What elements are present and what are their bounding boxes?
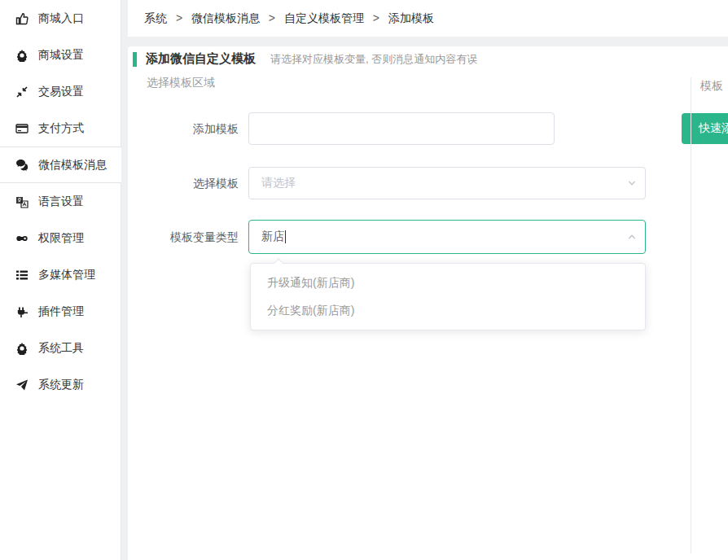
page-hint: 请选择对应模板变量, 否则消息通知内容有误 xyxy=(270,52,477,67)
credit-card-icon xyxy=(15,121,29,135)
sidebar-item-label: 插件管理 xyxy=(38,304,84,319)
sidebar-item-system-update[interactable]: 系统更新 xyxy=(0,366,121,403)
sidebar-item-label: 系统更新 xyxy=(38,378,84,392)
sidebar-item-label: 支付方式 xyxy=(38,121,84,136)
sidebar-item-payment-methods[interactable]: 支付方式 xyxy=(0,110,121,147)
sidebar-item-label: 交易设置 xyxy=(38,85,84,99)
title-accent-bar xyxy=(133,52,137,67)
sidebar-item-label: 多媒体管理 xyxy=(38,268,95,282)
variable-type-label: 模板变量类型 xyxy=(128,220,239,254)
variable-type-value: 新店 xyxy=(261,230,284,244)
plugin-icon xyxy=(15,304,29,318)
main-panel: 添加微信自定义模板 请选择对应模板变量, 否则消息通知内容有误 选择模板区域 添… xyxy=(128,46,728,560)
vertical-divider xyxy=(691,77,691,553)
add-template-input[interactable] xyxy=(248,112,555,145)
sidebar-item-label: 微信模板消息 xyxy=(38,158,107,173)
comments-icon xyxy=(15,158,29,172)
select-template-label: 选择模板 xyxy=(128,167,239,199)
dropdown-option-dividend-reward[interactable]: 分红奖励(新店商) xyxy=(251,296,645,324)
sidebar-item-media-management[interactable]: 多媒体管理 xyxy=(0,256,121,293)
breadcrumb-item-wechat-template-messages[interactable]: 微信模板消息 xyxy=(191,11,260,24)
variable-type-suggestions: 升级通知(新店商) 分红奖励(新店商) xyxy=(250,263,646,330)
variable-type-input[interactable]: 新店 xyxy=(248,220,646,254)
add-template-label: 添加模板 xyxy=(128,112,239,145)
select-template-dropdown[interactable]: 请选择 xyxy=(248,167,646,199)
breadcrumb-separator: > xyxy=(269,11,275,24)
list-icon xyxy=(15,268,29,282)
chevron-down-icon xyxy=(628,179,636,187)
quick-add-button[interactable]: 快速添加 xyxy=(682,113,728,144)
dropdown-option-upgrade-notice[interactable]: 升级通知(新店商) xyxy=(251,269,645,296)
chevron-up-icon xyxy=(628,233,636,241)
sidebar-item-label: 语言设置 xyxy=(38,195,84,209)
breadcrumb-item-custom-template-management[interactable]: 自定义模板管理 xyxy=(284,11,364,24)
right-panel-label: 模板 xyxy=(700,79,723,94)
text-cursor xyxy=(285,230,286,243)
page-title: 添加微信自定义模板 xyxy=(146,51,256,67)
paper-plane-icon xyxy=(15,378,29,392)
select-template-placeholder: 请选择 xyxy=(261,176,296,190)
sidebar-item-mall-entrance[interactable]: 商城入口 xyxy=(0,0,121,37)
sidebar-item-label: 商城设置 xyxy=(38,48,84,63)
gear-icon xyxy=(15,48,29,62)
breadcrumb-item-add-template[interactable]: 添加模板 xyxy=(388,11,434,24)
sidebar-item-wechat-template-messages[interactable]: 微信模板消息 xyxy=(0,147,121,183)
sidebar: 商城入口 商城设置 交易设置 支付方式 微信模板消息 语言设置 权限管理 xyxy=(0,0,121,560)
section-title: 选择模板区域 xyxy=(147,76,215,90)
sidebar-item-plugin-management[interactable]: 插件管理 xyxy=(0,293,121,330)
tools-gear-icon xyxy=(15,341,29,355)
dropdown-arrow xyxy=(274,258,283,267)
sidebar-item-language-settings[interactable]: 语言设置 xyxy=(0,183,121,220)
breadcrumb: 系统 > 微信模板消息 > 自定义模板管理 > 添加模板 xyxy=(144,11,434,26)
compress-arrows-icon xyxy=(15,85,29,98)
thumbs-up-icon xyxy=(15,11,29,25)
sidebar-item-system-tools[interactable]: 系统工具 xyxy=(0,330,121,366)
sidebar-item-permission-management[interactable]: 权限管理 xyxy=(0,220,121,256)
breadcrumb-item-system[interactable]: 系统 xyxy=(144,11,167,24)
breadcrumb-bar: 系统 > 微信模板消息 > 自定义模板管理 > 添加模板 xyxy=(128,0,728,37)
panel-title-row: 添加微信自定义模板 请选择对应模板变量, 否则消息通知内容有误 xyxy=(133,51,477,67)
sidebar-item-mall-settings[interactable]: 商城设置 xyxy=(0,37,121,73)
sidebar-item-label: 系统工具 xyxy=(38,341,84,356)
sidebar-item-label: 权限管理 xyxy=(38,231,84,246)
permissions-icon xyxy=(15,231,29,245)
breadcrumb-separator: > xyxy=(176,11,182,24)
language-icon xyxy=(15,195,29,208)
sidebar-item-trade-settings[interactable]: 交易设置 xyxy=(0,73,121,110)
breadcrumb-separator: > xyxy=(373,11,379,24)
sidebar-item-label: 商城入口 xyxy=(38,11,84,26)
